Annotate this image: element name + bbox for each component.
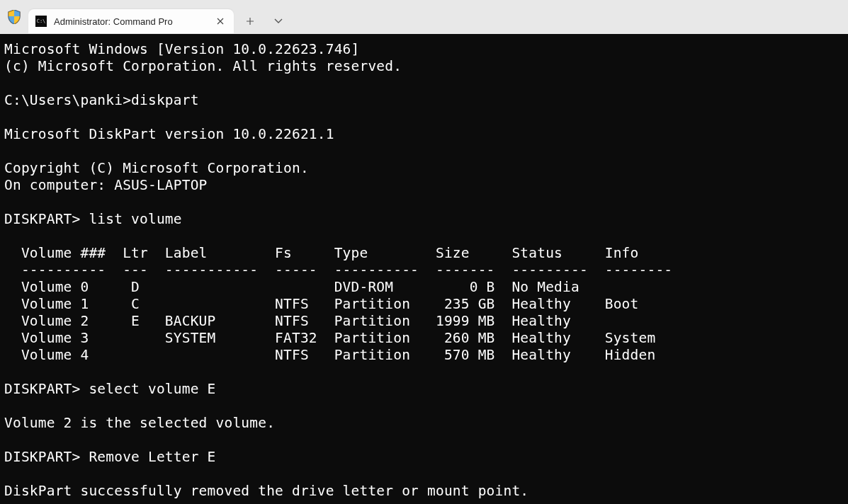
new-tab-button[interactable] xyxy=(238,9,262,33)
tab-dropdown-button[interactable] xyxy=(266,9,290,33)
tab-command-prompt[interactable]: C:\ Administrator: Command Pro xyxy=(28,9,234,33)
chevron-down-icon xyxy=(274,18,283,24)
terminal-output[interactable]: Microsoft Windows [Version 10.0.22623.74… xyxy=(0,34,848,504)
uac-shield-icon xyxy=(7,9,21,25)
plus-icon xyxy=(246,17,254,25)
terminal-icon: C:\ xyxy=(35,16,47,27)
tab-title: Administrator: Command Pro xyxy=(54,16,207,27)
title-bar: C:\ Administrator: Command Pro xyxy=(0,0,848,34)
close-icon[interactable] xyxy=(214,15,227,28)
